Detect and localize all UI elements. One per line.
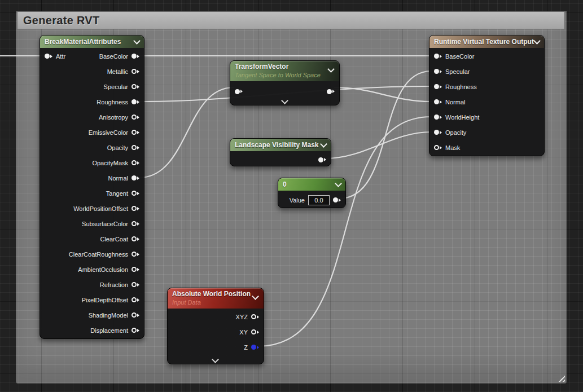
transform-input-pin[interactable]: [235, 89, 243, 94]
collapse-chevron-icon[interactable]: [320, 140, 327, 148]
pin-label: OpacityMask: [92, 160, 128, 166]
transform-output-pin[interactable]: [327, 89, 335, 94]
node-transform-vector[interactable]: TransformVector Tangent Space to World S…: [230, 60, 340, 105]
collapse-chevron-icon[interactable]: [327, 65, 335, 73]
pin-row: Anisotropy: [40, 109, 144, 125]
pin-label: WorldPositionOffset: [73, 205, 128, 212]
collapse-chevron-icon[interactable]: [335, 180, 342, 187]
opacity-output-pin[interactable]: [131, 145, 139, 150]
pin-label: Specular: [445, 68, 470, 75]
pin-label: PixelDepthOffset: [82, 297, 128, 303]
pixeldepthoffset-output-pin[interactable]: [131, 297, 139, 302]
pin-label: Anisotropy: [99, 114, 128, 121]
value-input[interactable]: 0.0: [308, 195, 330, 205]
rvt-normal-input-pin[interactable]: [434, 99, 442, 104]
refraction-output-pin[interactable]: [131, 282, 139, 287]
pin-row: OpacityMask: [40, 155, 144, 170]
value-row: Value 0.0: [278, 191, 345, 209]
node-landscape-visibility-mask[interactable]: Landscape Visibility Mask: [230, 138, 331, 166]
node-break-material-attributes[interactable]: BreakMaterialAttributes Attr BaseColor M…: [40, 35, 144, 339]
node-header[interactable]: Runtime Virtual Texture Output: [429, 36, 544, 48]
rvt-mask-input-pin[interactable]: [434, 145, 442, 150]
tangent-output-pin[interactable]: [131, 191, 139, 196]
node-subtitle: Input Data: [172, 298, 251, 307]
pin-label: Opacity: [107, 144, 128, 151]
pin-row: Roughness: [40, 94, 144, 109]
pin-label: Attr: [56, 53, 65, 60]
pin-row: ShadingModel: [40, 307, 144, 323]
pin-row: ClearCoatRoughness: [40, 246, 144, 262]
pin-row: Normal: [40, 170, 144, 186]
worldpositionoffset-output-pin[interactable]: [131, 206, 139, 211]
node-title: TransformVector: [235, 63, 321, 71]
pin-row: WorldHeight: [429, 109, 544, 125]
emissivecolor-output-pin[interactable]: [131, 130, 139, 135]
pin-row: Opacity: [429, 125, 544, 140]
attr-input-pin[interactable]: [45, 54, 52, 59]
subsurfacecolor-output-pin[interactable]: [131, 221, 139, 226]
constant-output-pin[interactable]: [333, 197, 341, 202]
rvt-opacity-input-pin[interactable]: [434, 130, 442, 135]
pin-label: AmbientOcclusion: [78, 266, 128, 273]
node-title: 0: [283, 180, 287, 188]
pin-row: [230, 152, 331, 168]
pin-row: BaseColor: [429, 49, 544, 64]
pin-row: XYZ: [168, 309, 264, 324]
rvt-basecolor-input-pin[interactable]: [434, 54, 442, 59]
normal-output-pin[interactable]: [131, 175, 139, 180]
collapse-chevron-icon[interactable]: [252, 293, 259, 300]
node-title: Landscape Visibility Mask: [235, 141, 319, 149]
pin-row: Refraction: [40, 277, 144, 292]
ambientocclusion-output-pin[interactable]: [131, 267, 139, 272]
pin-row: WorldPositionOffset: [40, 201, 144, 216]
node-header[interactable]: Landscape Visibility Mask: [230, 139, 331, 151]
pin-row: Roughness: [429, 79, 544, 94]
node-runtime-virtual-texture-output[interactable]: Runtime Virtual Texture Output BaseColor…: [429, 35, 545, 156]
pin-row: ClearCoat: [40, 231, 144, 246]
opacitymask-output-pin[interactable]: [131, 160, 139, 165]
node-constant-zero[interactable]: 0 Value 0.0: [278, 178, 346, 208]
clearcoat-output-pin[interactable]: [131, 236, 139, 241]
visibilitymask-output-pin[interactable]: [318, 157, 326, 162]
wire-zero-to-specular[interactable]: [339, 71, 431, 199]
node-header[interactable]: BreakMaterialAttributes: [40, 36, 144, 48]
rvt-specular-input-pin[interactable]: [434, 69, 442, 74]
metallic-output-pin[interactable]: [131, 69, 139, 74]
pin-label: Refraction: [100, 281, 128, 288]
rvt-roughness-input-pin[interactable]: [434, 84, 442, 89]
shadingmodel-output-pin[interactable]: [131, 312, 139, 318]
roughness-output-pin[interactable]: [131, 99, 139, 104]
advanced-pins-expander-icon[interactable]: [212, 356, 219, 363]
xyz-output-pin[interactable]: [251, 314, 259, 319]
collapse-chevron-icon[interactable]: [133, 37, 141, 45]
rvt-worldheight-input-pin[interactable]: [434, 114, 442, 120]
pin-row: Mask: [429, 140, 544, 155]
z-output-pin[interactable]: [251, 345, 259, 350]
node-title: Runtime Virtual Texture Output: [434, 38, 534, 46]
displacement-output-pin[interactable]: [131, 328, 139, 333]
collapse-chevron-icon[interactable]: [533, 37, 541, 45]
pin-label: ClearCoat: [100, 236, 128, 243]
node-header[interactable]: 0: [278, 178, 345, 191]
pin-label: Normal: [108, 175, 128, 182]
node-title: Absolute World Position: [172, 290, 251, 298]
node-header[interactable]: TransformVector Tangent Space to World S…: [230, 61, 339, 81]
anisotropy-output-pin[interactable]: [131, 114, 139, 120]
material-graph-canvas[interactable]: Generate RVT BreakMaterialAttributes Att…: [0, 0, 583, 392]
pin-row: AmbientOcclusion: [40, 262, 144, 277]
wire-transformvector-to-normal[interactable]: [335, 87, 431, 102]
clearcoatroughness-output-pin[interactable]: [131, 252, 139, 257]
pin-row: Z: [168, 340, 264, 355]
pin-row: Specular: [429, 64, 544, 79]
xy-output-pin[interactable]: [251, 329, 259, 334]
pin-label: Mask: [445, 144, 460, 151]
pin-label: SubsurfaceColor: [82, 221, 128, 227]
pin-row: PixelDepthOffset: [40, 292, 144, 307]
node-header[interactable]: Absolute World Position Input Data: [168, 288, 264, 309]
pin-label: XY: [239, 329, 248, 336]
pin-label: ClearCoatRoughness: [69, 251, 128, 258]
pin-row: Tangent: [40, 186, 144, 201]
specular-output-pin[interactable]: [131, 84, 139, 89]
basecolor-output-pin[interactable]: [131, 54, 139, 59]
node-absolute-world-position[interactable]: Absolute World Position Input Data XYZ X…: [167, 288, 264, 364]
